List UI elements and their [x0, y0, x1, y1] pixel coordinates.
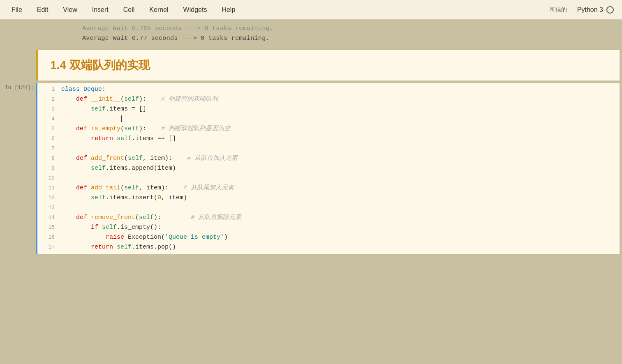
code-line-1: 1 class Deque:: [37, 85, 620, 94]
separator: [572, 4, 572, 16]
code-line-7: 7: [37, 144, 620, 154]
code-line-15: 15 if self.is_empty():: [37, 223, 620, 233]
menu-view[interactable]: View: [60, 5, 80, 15]
menu-kernel[interactable]: Kernel: [146, 5, 171, 15]
code-line-6: 6 return self.items == []: [37, 134, 620, 144]
output-area: Average Wait 0.765 seconds ---> 0 tasks …: [0, 20, 622, 48]
code-cell-wrapper: In [124]: 1 class Deque: 2 def __init__(…: [0, 83, 622, 254]
menu-cell[interactable]: Cell: [120, 5, 138, 15]
code-line-3: 3 self.items = []: [37, 104, 620, 114]
code-line-13: 13: [37, 203, 620, 213]
code-cell[interactable]: 1 class Deque: 2 def __init__(self): # 创…: [36, 83, 620, 254]
main-content: Average Wait 0.765 seconds ---> 0 tasks …: [0, 20, 622, 254]
menu-insert[interactable]: Insert: [89, 5, 112, 15]
menubar: File Edit View Insert Cell Kernel Widget…: [0, 0, 622, 20]
kernel-name: Python 3: [577, 6, 603, 14]
menu-file[interactable]: File: [8, 5, 25, 15]
kernel-status-icon: [606, 6, 614, 14]
code-line-10: 10: [37, 173, 620, 183]
code-line-14: 14 def remove_front(self): # 从队首删除元素: [37, 213, 620, 223]
output-line-2: Average Wait 0.77 seconds ---> 0 tasks r…: [82, 34, 614, 44]
menu-widgets[interactable]: Widgets: [180, 5, 210, 15]
heading-text: 1.4 双端队列的实现: [50, 59, 150, 71]
code-line-9: 9 self.items.append(item): [37, 164, 620, 173]
trusted-label: 可信的: [550, 6, 567, 14]
code-line-2: 2 def __init__(self): # 创建空的双端队列: [37, 94, 620, 104]
code-line-8: 8 def add_front(self, item): # 从队首加入元素: [37, 154, 620, 164]
code-line-12: 12 self.items.insert(0, item): [37, 193, 620, 203]
menu-help[interactable]: Help: [218, 5, 238, 15]
menubar-items: File Edit View Insert Cell Kernel Widget…: [0, 5, 550, 15]
code-line-16: 16 raise Exception('Queue is empty'): [37, 233, 620, 242]
cell-label: In [124]:: [0, 83, 36, 254]
code-line-5: 5 def is_empty(self): # 判断双端队列是否为空: [37, 124, 620, 134]
kernel-info: Python 3: [577, 6, 614, 14]
code-line-17: 17 return self.items.pop(): [37, 242, 620, 252]
output-line-1: Average Wait 0.765 seconds ---> 0 tasks …: [82, 24, 614, 34]
code-line-11: 11 def add_tail(self, item): # 从队尾加入元素: [37, 183, 620, 193]
menu-edit[interactable]: Edit: [34, 5, 52, 15]
heading-cell: 1.4 双端队列的实现: [36, 50, 620, 81]
menubar-right: 可信的 Python 3: [550, 4, 622, 16]
code-line-4: 4: [37, 114, 620, 124]
